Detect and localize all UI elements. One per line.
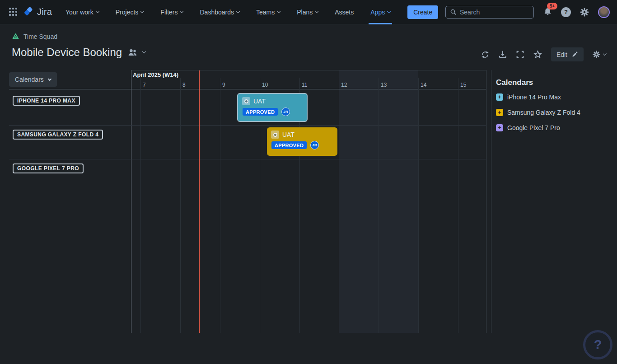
chevron-down-icon (96, 9, 99, 13)
notification-count-badge: 9+ (547, 3, 557, 9)
question-mark-icon: ? (561, 7, 571, 17)
jira-logo-icon (23, 6, 34, 18)
booking-event[interactable]: UAT APPROVED JR (237, 93, 308, 122)
legend-title: Calendars (496, 78, 533, 87)
row-separator-line (9, 125, 486, 126)
page-title: Mobile Device Booking (12, 46, 122, 59)
day-label: 9 (222, 82, 225, 88)
day-label: 7 (143, 82, 146, 88)
nav-item-assets[interactable]: Assets (333, 0, 355, 24)
settings-button[interactable] (580, 7, 589, 17)
timeline-top-border (131, 70, 486, 70)
gear-icon (580, 7, 589, 17)
legend-item-samsung[interactable]: Samsung Galaxy Z Fold 4 (496, 109, 580, 116)
download-icon (498, 50, 507, 59)
day-label: 8 (182, 82, 186, 88)
calendar-color-swatch-plus-icon (496, 124, 503, 131)
chevron-down-icon (277, 9, 280, 13)
day-label: 15 (460, 82, 466, 88)
grid-line (379, 78, 379, 333)
resource-label: SAMSUNG GALAXY Z FOLD 4 (13, 130, 103, 140)
grid-line (339, 78, 339, 333)
primary-nav: Your work Projects Filters Dashboards Te… (64, 0, 405, 24)
resource-label: GOOGLE PIXEL 7 PRO (13, 163, 84, 173)
chevron-down-icon (180, 9, 183, 13)
view-settings-button[interactable] (592, 50, 606, 59)
top-navigation: Jira Your work Projects Filters Dashboar… (0, 0, 617, 24)
fullscreen-icon (516, 50, 524, 59)
project-name: Time Squad (23, 33, 57, 40)
search-input[interactable] (460, 9, 529, 16)
refresh-icon (481, 50, 490, 59)
chevron-down-icon (603, 51, 607, 55)
nav-utilities: 9+ ? (543, 6, 610, 18)
booking-event[interactable]: UAT APPROVED JR (267, 127, 337, 156)
day-label: 12 (341, 82, 347, 88)
title-actions (128, 48, 145, 57)
page-header: Mobile Device Booking (12, 46, 145, 59)
header-separator-line (9, 89, 486, 89)
timeline-right-border (486, 70, 486, 333)
timeline-left-border (131, 70, 131, 333)
day-label: 11 (302, 82, 307, 88)
event-title: UAT (282, 131, 294, 138)
chevron-down-icon (48, 77, 51, 81)
assignee-avatar: JR (310, 141, 319, 149)
grid-line (458, 78, 458, 333)
nav-item-plans[interactable]: Plans (295, 0, 320, 24)
legend-item-iphone[interactable]: iPhone 14 Pro Max (496, 93, 561, 101)
assignee-avatar: JR (281, 107, 290, 116)
resource-label: IPHONE 14 PRO MAX (13, 96, 80, 106)
status-badge: APPROVED (271, 141, 307, 149)
refresh-button[interactable] (481, 50, 490, 59)
booking-type-icon (242, 97, 250, 105)
edit-button[interactable]: Edit (551, 47, 584, 61)
calendars-filter-dropdown[interactable]: Calendars (9, 72, 57, 87)
brand-name: Jira (37, 7, 52, 17)
chevron-down-icon (315, 9, 318, 13)
nav-item-apps[interactable]: Apps (369, 0, 392, 24)
shared-users-icon[interactable] (128, 48, 137, 57)
fullscreen-button[interactable] (516, 50, 524, 59)
export-download-button[interactable] (498, 50, 507, 59)
timeline-period-label: April 2025 (W14) (133, 71, 178, 78)
nav-item-your-work[interactable]: Your work (64, 0, 101, 24)
app-switcher-icon[interactable] (9, 8, 18, 17)
nav-item-filters[interactable]: Filters (159, 0, 185, 24)
title-chevron-down-icon[interactable] (142, 50, 146, 53)
event-title: UAT (253, 98, 266, 105)
grid-line (140, 78, 141, 333)
search-icon (450, 9, 457, 15)
help-fab-button[interactable]: ? (583, 330, 612, 359)
day-label: 13 (381, 82, 387, 88)
notifications-button[interactable]: 9+ (543, 7, 552, 17)
grid-line (220, 78, 220, 333)
grid-line (180, 78, 181, 333)
view-toolbar: Edit (481, 47, 606, 61)
pencil-icon (571, 51, 578, 58)
nav-item-projects[interactable]: Projects (114, 0, 146, 24)
row-separator-line (9, 159, 486, 159)
create-button[interactable]: Create (407, 5, 438, 19)
active-tab-indicator (369, 23, 392, 24)
booking-type-icon (271, 131, 279, 139)
favorite-star-button[interactable] (533, 50, 542, 59)
nav-item-teams[interactable]: Teams (254, 0, 282, 24)
breadcrumb[interactable]: Time Squad (12, 33, 57, 40)
jira-logo[interactable]: Jira (23, 6, 52, 18)
help-button[interactable]: ? (561, 7, 571, 17)
current-time-marker (199, 70, 200, 333)
question-mark-icon: ? (594, 337, 602, 352)
search-box[interactable] (445, 6, 534, 19)
gear-icon (592, 50, 601, 59)
legend-item-pixel[interactable]: Google Pixel 7 Pro (496, 124, 560, 131)
grid-line (418, 78, 419, 333)
chevron-down-icon (387, 9, 391, 13)
sidebar-divider (491, 70, 491, 333)
calendar-color-swatch-plus-icon (496, 109, 503, 116)
day-label: 10 (262, 82, 268, 88)
project-avatar-icon (12, 33, 19, 40)
chevron-down-icon (236, 9, 240, 13)
nav-item-dashboards[interactable]: Dashboards (198, 0, 241, 24)
user-avatar[interactable] (598, 6, 610, 18)
